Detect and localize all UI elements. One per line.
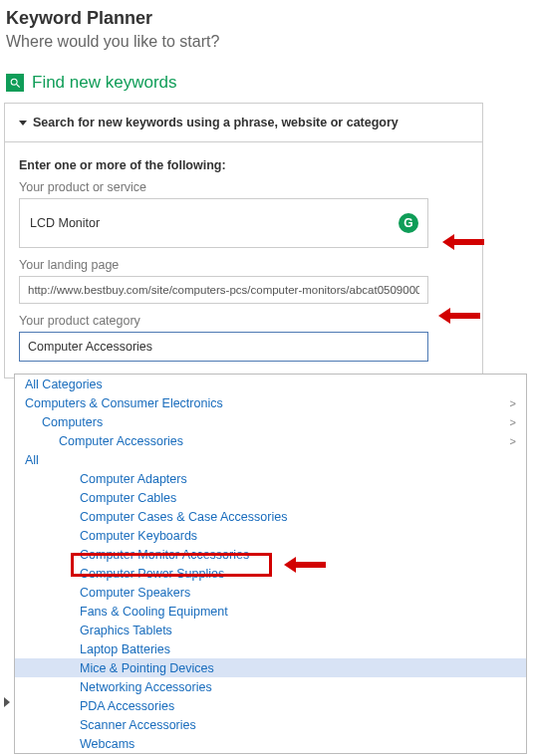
annotation-arrow-icon: [442, 235, 492, 249]
expand-header[interactable]: Search for new keywords using a phrase, …: [5, 104, 482, 142]
product-category-input[interactable]: [19, 332, 428, 362]
category-tree-row[interactable]: All Categories: [15, 375, 526, 378]
chevron-down-icon: [19, 121, 27, 126]
search-icon: [6, 74, 24, 92]
page-title: Keyword Planner: [6, 8, 531, 29]
main-panel: Search for new keywords using a phrase, …: [4, 103, 483, 378]
page-subtitle: Where would you like to start?: [6, 33, 531, 51]
landing-label: Your landing page: [19, 258, 468, 272]
expand-header-label: Search for new keywords using a phrase, …: [33, 116, 399, 129]
category-dropdown: All CategoriesComputers & Consumer Elect…: [14, 374, 527, 378]
grammarly-badge-icon[interactable]: G: [399, 213, 418, 233]
product-value: LCD Monitor: [30, 216, 100, 230]
section-title: Find new keywords: [32, 73, 177, 93]
product-service-input[interactable]: LCD Monitor: [19, 198, 428, 248]
landing-page-input[interactable]: [19, 276, 428, 304]
enter-label: Enter one or more of the following:: [19, 158, 468, 172]
product-label: Your product or service: [19, 180, 468, 194]
category-label: Your product category: [19, 314, 468, 328]
annotation-arrow-icon: [438, 309, 488, 323]
find-keywords-section: Find new keywords: [0, 59, 537, 103]
tree-row-label: All Categories: [25, 378, 103, 379]
